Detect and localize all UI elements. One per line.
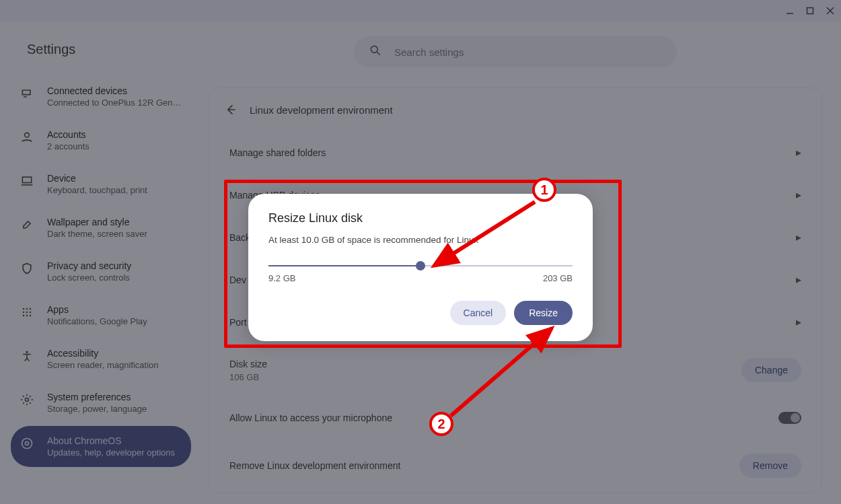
chevron-right-icon: ▸ <box>796 316 801 328</box>
svg-point-16 <box>26 398 29 402</box>
sidebar-item-accessibility[interactable]: AccessibilityScreen reader, magnificatio… <box>11 338 191 380</box>
svg-point-17 <box>22 439 32 449</box>
shield-icon <box>20 262 34 275</box>
devices-icon <box>20 87 34 100</box>
nav-sub: Connected to OnePlus 12R Gens... <box>47 98 182 108</box>
sidebar-item-apps[interactable]: AppsNotifications, Google Play <box>11 295 191 336</box>
slider-fill <box>268 265 420 266</box>
nav-sub: Storage, power, language <box>47 404 147 414</box>
dialog-title: Resize Linux disk <box>268 211 573 225</box>
chevron-right-icon: ▸ <box>796 273 801 286</box>
change-disk-button[interactable]: Change <box>741 358 801 382</box>
svg-point-15 <box>26 351 28 353</box>
sidebar-item-system[interactable]: System preferencesStorage, power, langua… <box>11 382 191 423</box>
svg-point-12 <box>23 315 25 317</box>
sidebar-item-connected-devices[interactable]: Connected devicesConnected to OnePlus 12… <box>11 76 191 117</box>
page-title: Settings <box>11 35 191 73</box>
sidebar-item-device[interactable]: DeviceKeyboard, touchpad, print <box>11 164 191 205</box>
window-maximize-button[interactable] <box>805 5 815 16</box>
remove-linux-button[interactable]: Remove <box>739 454 801 478</box>
svg-point-11 <box>30 312 32 314</box>
window-minimize-button[interactable] <box>784 5 795 16</box>
nav-title: Device <box>47 173 147 184</box>
nav-sub: Notifications, Google Play <box>47 316 147 326</box>
row-linux-microphone: Allow Linux to access your microphone <box>209 397 821 439</box>
svg-point-9 <box>23 312 25 314</box>
nav-sub: 2 accounts <box>47 141 89 151</box>
nav-title: Connected devices <box>47 85 182 96</box>
microphone-toggle[interactable] <box>778 412 801 424</box>
svg-point-6 <box>23 308 25 310</box>
svg-point-4 <box>25 133 30 137</box>
nav-title: Privacy and security <box>47 260 131 271</box>
card-title: Linux development environment <box>250 104 393 116</box>
svg-point-18 <box>26 442 29 445</box>
nav-title: About ChromeOS <box>47 435 175 446</box>
chrome-icon <box>20 437 34 450</box>
nav-sub: Dark theme, screen saver <box>47 229 147 239</box>
window-close-button[interactable] <box>825 5 836 16</box>
brush-icon <box>20 218 34 231</box>
svg-point-19 <box>371 46 377 52</box>
back-button[interactable] <box>224 103 237 116</box>
svg-point-8 <box>30 308 32 310</box>
sidebar-item-accounts[interactable]: Accounts2 accounts <box>11 120 191 161</box>
accounts-icon <box>20 131 34 144</box>
accessibility-icon <box>20 349 34 363</box>
apps-grid-icon <box>20 305 34 319</box>
nav-title: System preferences <box>47 392 147 402</box>
svg-point-10 <box>26 312 28 314</box>
row-label: Allow Linux to access your microphone <box>229 412 392 423</box>
dialog-description: At least 10.0 GB of space is recommended… <box>268 235 573 245</box>
nav-sub: Updates, help, developer options <box>47 447 175 458</box>
nav-title: Apps <box>47 304 147 315</box>
chevron-right-icon: ▸ <box>796 231 801 244</box>
search-icon <box>369 44 382 60</box>
chevron-right-icon: ▸ <box>796 146 801 159</box>
card-header: Linux development environment <box>209 88 821 131</box>
sidebar-item-privacy[interactable]: Privacy and securityLock screen, control… <box>11 251 191 292</box>
nav-sub: Keyboard, touchpad, print <box>47 185 147 195</box>
row-label: Disk size <box>229 359 267 369</box>
window-titlebar <box>0 0 841 22</box>
sidebar-item-about-chromeos[interactable]: About ChromeOSUpdates, help, developer o… <box>11 426 191 467</box>
row-label: Port <box>229 317 247 328</box>
svg-rect-1 <box>807 8 813 14</box>
svg-point-7 <box>26 308 28 310</box>
svg-rect-5 <box>22 177 31 182</box>
nav-title: Accounts <box>47 129 89 140</box>
slider-max-label: 203 GB <box>543 273 573 283</box>
row-disk-size: Disk size 106 GB Change <box>209 343 821 397</box>
resize-button[interactable]: Resize <box>514 301 573 325</box>
nav-title: Accessibility <box>47 348 158 359</box>
slider-min-label: 9.2 GB <box>268 273 295 283</box>
cancel-button[interactable]: Cancel <box>450 301 507 325</box>
row-label: Back <box>229 232 250 243</box>
search-input[interactable] <box>394 46 662 58</box>
disk-size-slider[interactable] <box>268 265 573 266</box>
row-label: Dev <box>229 275 246 285</box>
svg-point-14 <box>30 315 32 317</box>
laptop-icon <box>20 174 34 188</box>
svg-line-20 <box>377 52 380 55</box>
search-bar[interactable] <box>354 36 677 67</box>
nav-title: Wallpaper and style <box>47 217 147 227</box>
nav-sub: Screen reader, magnification <box>47 360 158 370</box>
sidebar-item-wallpaper[interactable]: Wallpaper and styleDark theme, screen sa… <box>11 207 191 248</box>
svg-point-13 <box>26 315 28 317</box>
gear-icon <box>20 393 34 406</box>
nav-sub: Lock screen, controls <box>47 273 131 283</box>
slider-thumb[interactable] <box>416 261 425 271</box>
row-manage-shared-folders[interactable]: Manage shared folders ▸ <box>209 131 821 174</box>
chevron-right-icon: ▸ <box>796 188 801 201</box>
resize-linux-dialog: Resize Linux disk At least 10.0 GB of sp… <box>248 194 593 341</box>
sidebar: Settings Connected devicesConnected to O… <box>0 22 202 504</box>
row-label: Remove Linux development environment <box>229 460 400 471</box>
row-remove-linux: Remove Linux development environment Rem… <box>209 439 821 493</box>
disk-size-value: 106 GB <box>229 372 267 382</box>
row-label: Manage shared folders <box>229 147 326 158</box>
